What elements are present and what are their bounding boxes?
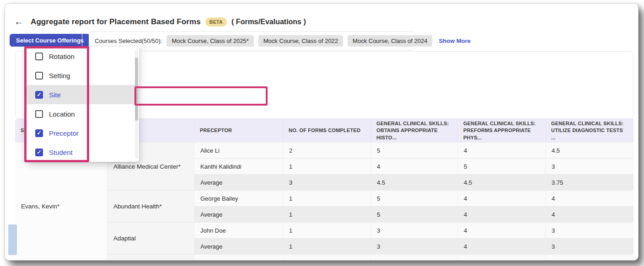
value-cell: 3 [546, 239, 633, 255]
option-label: Location [49, 110, 75, 118]
value-cell: 5 [371, 207, 458, 223]
checkbox-checked-icon[interactable]: ✓ [35, 149, 43, 156]
checkbox-unchecked-icon[interactable] [35, 72, 43, 80]
page-header: ← Aggregate report for Placement Based F… [11, 16, 306, 27]
value-cell: 4 [458, 223, 546, 239]
value-cell: 4.5 [458, 175, 546, 191]
course-chip[interactable]: Mock Course, Class of 2022 [258, 35, 343, 47]
group-by-option-student[interactable]: ✓ Student [27, 143, 139, 162]
course-chip[interactable]: Mock Course, Class of 2025* [166, 35, 253, 47]
group-by-option-location[interactable]: Location [27, 104, 139, 123]
group-by-option-preceptor[interactable]: ✓ Preceptor [27, 123, 139, 143]
value-cell: 3.75 [546, 175, 633, 191]
value-cell: 3 [546, 223, 633, 239]
show-more-link[interactable]: Show More [439, 37, 470, 44]
average-cell: Average [194, 175, 283, 191]
preceptor-cell: George Bailey [194, 191, 283, 207]
column-header-skill-1: GENERAL CLINICAL SKILLS: OBTAINS APPROPR… [371, 119, 458, 143]
value-cell: 1 [283, 239, 371, 255]
option-label: Preceptor [49, 129, 79, 137]
value-cell: 3 [283, 175, 371, 191]
value-cell: 4.5 [546, 143, 633, 159]
preceptor-cell-partial: Shyla Burke [194, 255, 283, 261]
checkbox-unchecked-icon[interactable] [35, 110, 43, 118]
value-cell: 3 [546, 159, 633, 175]
back-arrow-icon[interactable]: ← [11, 16, 26, 27]
value-cell: 4 [458, 239, 546, 255]
dropdown-scrollbar-thumb[interactable] [135, 58, 138, 121]
value-cell: 1 [283, 207, 371, 223]
value-cell: 3 [371, 223, 458, 239]
value-cell: 1 [283, 223, 371, 239]
option-label: Site [49, 91, 61, 99]
column-header-preceptor: PRECEPTOR [194, 119, 283, 143]
checkbox-unchecked-icon[interactable] [35, 53, 43, 60]
select-course-offerings-button[interactable]: Select Course Offerings [10, 34, 90, 47]
beta-badge: BETA [205, 17, 227, 27]
preceptor-cell: John Doe [194, 223, 283, 239]
site-cell: Abundant Health* [107, 191, 194, 223]
value-cell: 5 [458, 159, 546, 175]
option-label: Setting [49, 72, 70, 80]
value-cell: 4 [458, 191, 546, 207]
courses-selected-label: Courses Selected(50/50): [95, 37, 162, 44]
value-cell: 4 [458, 143, 546, 159]
value-cell: 1 [283, 159, 371, 175]
checkbox-checked-icon[interactable]: ✓ [35, 129, 43, 137]
group-by-option-setting[interactable]: Setting [27, 66, 139, 85]
selection-highlight-artifact [8, 224, 17, 255]
column-header-skill-2: GENERAL CLINICAL SKILLS: PREFORMS APPROP… [458, 119, 546, 143]
option-label: Student [49, 149, 73, 156]
app-window: ← Aggregate report for Placement Based F… [5, 3, 639, 261]
option-label: Rotation [49, 53, 75, 60]
group-by-option-rotation[interactable]: Rotation [27, 47, 139, 66]
site-cell [107, 255, 194, 261]
preceptor-cell: Alice Li [194, 143, 283, 159]
value-cell: 4 [458, 207, 546, 223]
value-cell: 4 [546, 207, 633, 223]
site-cell: Adaptial [107, 223, 194, 255]
value-cell: 1 [283, 191, 371, 207]
column-header-skill-3: GENERAL CLINICAL SKILLS: UTILIZE DIAGNOS… [546, 119, 633, 143]
average-cell: Average [194, 239, 283, 255]
group-by-option-site[interactable]: ✓ Site [27, 85, 139, 104]
course-chip[interactable]: Mock Course, Class of 2024 [348, 35, 432, 47]
value-cell-partial: 4 [458, 255, 546, 261]
value-cell: 3 [371, 239, 458, 255]
checkbox-checked-icon[interactable]: ✓ [35, 91, 43, 99]
preceptor-cell: Kanthi Kalidindi [194, 159, 283, 175]
value-cell: 4 [546, 191, 633, 207]
value-cell: 2 [283, 143, 371, 159]
value-cell-partial: 3 [546, 255, 633, 261]
column-header-forms-completed: NO. OF FORMS COMPLETED [283, 119, 371, 143]
value-cell: 5 [371, 143, 458, 159]
page-title: Aggregate report for Placement Based For… [31, 17, 201, 27]
value-cell: 4.5 [371, 175, 458, 191]
value-cell-partial: 3 [371, 255, 458, 261]
average-cell: Average [194, 207, 283, 223]
page-subtitle: ( Forms/Evaluations ) [231, 18, 306, 26]
value-cell: 4 [371, 159, 458, 175]
value-cell-partial: 1 [283, 255, 371, 261]
value-cell: 5 [371, 191, 458, 207]
group-by-dropdown: Rotation Setting ✓ Site Location ✓ Prece… [27, 47, 139, 162]
